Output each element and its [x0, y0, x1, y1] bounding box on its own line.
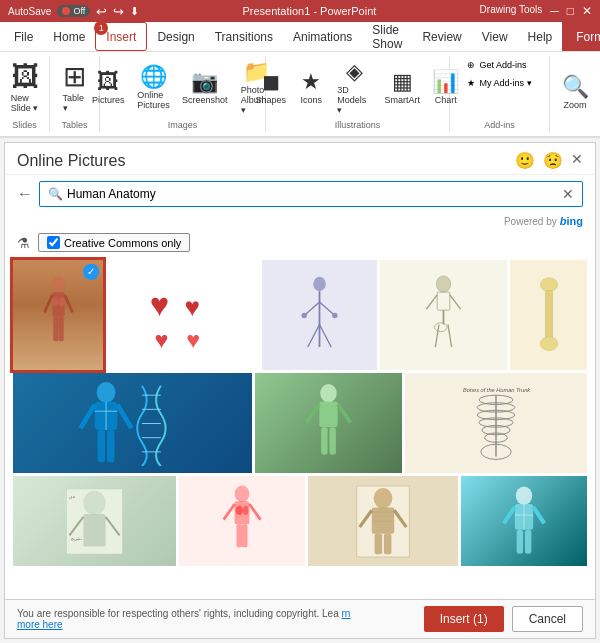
tab-home[interactable]: Home [43, 22, 95, 51]
quick-access-icon[interactable]: ⬇ [130, 5, 139, 18]
icons-button[interactable]: ★ Icons [293, 68, 329, 108]
insert-button[interactable]: Insert (1) [424, 606, 504, 632]
image-item-1[interactable]: ✓ [13, 260, 103, 370]
redo-icon[interactable]: ↪ [113, 4, 124, 19]
image-row-1: ✓ ♥ ♥ ♥ ♥ [13, 260, 587, 370]
pictures-button[interactable]: 🖼 Pictures [87, 68, 130, 108]
tab-format[interactable]: Format [562, 22, 600, 51]
bing-logo: bing [560, 215, 583, 227]
icons-icon: ★ [301, 71, 321, 93]
tab-view[interactable]: View [472, 22, 518, 51]
svg-rect-29 [545, 291, 552, 341]
undo-icon[interactable]: ↩ [96, 4, 107, 19]
presentation-title: Presentation1 - PowerPoint [242, 5, 376, 17]
svg-rect-88 [517, 529, 523, 553]
get-addins-button[interactable]: ⊕ Get Add-ins [463, 58, 530, 72]
tab-design[interactable]: Design [147, 22, 204, 51]
creative-commons-filter[interactable]: Creative Commons only [38, 233, 190, 252]
svg-point-19 [332, 312, 337, 317]
tab-insert[interactable]: Insert 1 [95, 22, 147, 51]
online-pictures-label: OnlinePictures [137, 90, 170, 110]
icons-label: Icons [300, 95, 322, 105]
svg-line-47 [338, 404, 351, 422]
new-slide-icon: 🖼 [11, 63, 39, 91]
filter-icon[interactable]: ⚗ [17, 235, 30, 251]
maximize-btn[interactable]: □ [567, 4, 574, 18]
online-pictures-button[interactable]: 🌐 OnlinePictures [132, 63, 175, 113]
image-item-7[interactable] [255, 373, 403, 473]
emoji-sad-icon[interactable]: 😟 [543, 151, 563, 170]
svg-rect-61 [83, 514, 105, 547]
table-label: Table ▾ [63, 93, 87, 113]
svg-point-72 [236, 505, 243, 514]
pictures-label: Pictures [92, 95, 125, 105]
search-input[interactable] [67, 187, 562, 201]
image-item-4[interactable] [380, 260, 508, 370]
svg-rect-71 [242, 524, 248, 547]
svg-point-66 [235, 485, 250, 502]
zoom-button[interactable]: 🔍 Zoom [556, 73, 595, 113]
svg-text:تشريح: تشريح [71, 537, 82, 541]
3d-models-button[interactable]: ◈ 3DModels ▾ [331, 58, 377, 118]
smartart-button[interactable]: ▦ SmartArt [380, 68, 425, 108]
search-input-wrap: 🔍 ✕ [39, 181, 583, 207]
image-item-6[interactable] [13, 373, 252, 473]
image-item-9[interactable]: من تشريح [13, 476, 176, 566]
image-item-12[interactable] [461, 476, 587, 566]
svg-line-26 [448, 324, 452, 347]
cancel-button[interactable]: Cancel [512, 606, 583, 632]
tab-slideshow[interactable]: Slide Show [362, 22, 412, 51]
get-addins-label: Get Add-ins [479, 60, 526, 70]
image-item-11[interactable] [308, 476, 459, 566]
insert-tab-badge: 1 [94, 21, 108, 35]
addins-group-label: Add-ins [484, 120, 515, 130]
arabic-anatomy-svg: من تشريح [62, 484, 127, 559]
image-item-10[interactable] [179, 476, 305, 566]
my-addins-button[interactable]: ★ My Add-ins ▾ [463, 76, 535, 90]
smartart-icon: ▦ [392, 71, 413, 93]
image-grid: ✓ ♥ ♥ ♥ ♥ [5, 256, 595, 599]
back-button[interactable]: ← [17, 185, 33, 203]
search-bar: ← 🔍 ✕ [5, 175, 595, 213]
tab-transitions[interactable]: Transitions [205, 22, 283, 51]
svg-line-68 [224, 504, 235, 520]
tables-group-label: Tables [61, 120, 87, 130]
autosave-toggle[interactable]: Off [57, 5, 90, 17]
emoji-happy-icon[interactable]: 🙂 [515, 151, 535, 170]
image-item-2[interactable]: ♥ ♥ ♥ ♥ [106, 260, 259, 370]
tab-animations[interactable]: Animations [283, 22, 362, 51]
ribbon-group-images: 🖼 Pictures 🌐 OnlinePictures 📷 Screenshot… [100, 56, 266, 132]
close-btn[interactable]: ✕ [582, 4, 592, 18]
svg-point-36 [96, 381, 115, 402]
selected-checkmark: ✓ [85, 264, 99, 278]
image-item-8[interactable]: Bones of the Human Trunk [405, 373, 587, 473]
new-slide-button[interactable]: 🖼 NewSlide ▾ [5, 60, 45, 116]
autosave-state: Off [73, 6, 85, 16]
minimize-btn[interactable]: ─ [550, 4, 559, 18]
new-slide-label: NewSlide ▾ [11, 93, 39, 113]
image-item-3[interactable] [262, 260, 377, 370]
svg-line-25 [436, 324, 440, 347]
screenshot-label: Screenshot [182, 95, 228, 105]
image-item-5[interactable] [510, 260, 587, 370]
svg-rect-40 [97, 430, 105, 462]
slides-buttons: 🖼 NewSlide ▾ [5, 58, 45, 118]
shapes-button[interactable]: ◼ Shapes [250, 68, 291, 108]
screenshot-button[interactable]: 📷 Screenshot [177, 68, 233, 108]
footer-info: You are responsible for respecting other… [17, 608, 350, 630]
tab-review[interactable]: Review [412, 22, 471, 51]
footer-learn-link[interactable]: rn [342, 608, 351, 619]
cc-checkbox-input[interactable] [47, 236, 60, 249]
footer-more-link[interactable]: more here [17, 619, 63, 630]
svg-point-60 [83, 490, 105, 514]
tab-help[interactable]: Help [518, 22, 563, 51]
search-clear-icon[interactable]: ✕ [562, 186, 574, 202]
image-row-3: من تشريح [13, 476, 587, 566]
tab-file[interactable]: File [4, 22, 43, 51]
dialog-close-icon[interactable]: ✕ [571, 151, 583, 170]
my-addins-icon: ★ [467, 78, 475, 88]
svg-line-86 [504, 506, 515, 523]
cc-checkbox-label: Creative Commons only [64, 237, 181, 249]
footer-buttons: Insert (1) Cancel [424, 606, 583, 632]
slides-group-label: Slides [12, 120, 37, 130]
